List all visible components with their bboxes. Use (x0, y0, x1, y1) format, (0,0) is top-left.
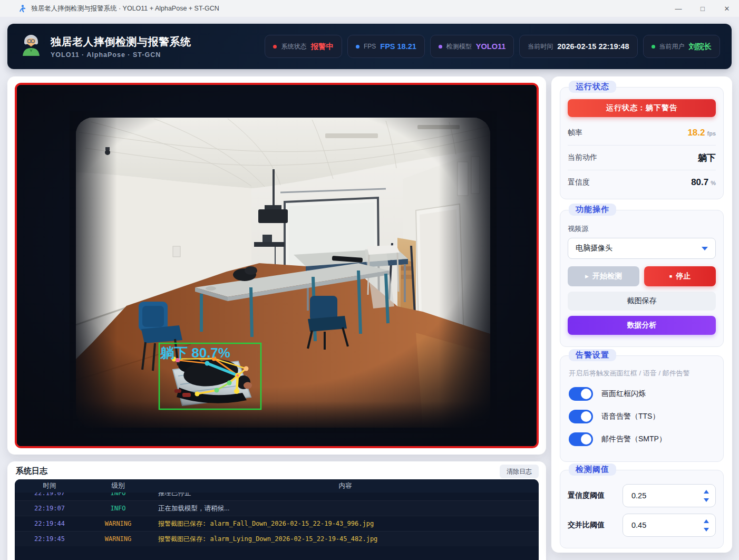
status-badge: FPSFPS 18.21 (347, 35, 425, 58)
page-title: 独居老人摔倒检测与报警系统 (51, 35, 191, 49)
log-table-header: 时间 级别 内容 (15, 479, 539, 493)
status-dot-icon (356, 45, 359, 49)
video-source-label: 视频源 (568, 224, 716, 234)
badge-value: 刘院长 (689, 42, 712, 52)
status-panel: 运行状态 运行状态：躺下警告 帧率18.2fps当前动作躺下置信度80.7% (560, 87, 724, 199)
toggle-row: 画面红框闪烁 (569, 387, 715, 401)
maximize-icon[interactable]: □ (691, 0, 715, 17)
log-title: 系统日志 (16, 466, 47, 476)
alarm-panel-title: 告警设置 (569, 349, 616, 361)
log-table[interactable]: 时间 级别 内容 22:19:07INFO推理已停止22:19:07INFO正在… (15, 479, 539, 560)
iou-threshold-input[interactable]: 0.45 (623, 514, 716, 537)
detection-label: 躺下 80.7% (160, 345, 230, 361)
video-source-value: 电脑摄像头 (576, 244, 612, 253)
threshold-rows: 置信度阈值0.25交并比阈值0.45 (568, 484, 716, 537)
spinner-down-icon[interactable] (704, 498, 709, 502)
header-badges: 系统状态报警中FPSFPS 18.21检测模型YOLO11当前时间2026-02… (265, 35, 720, 58)
stop-icon: ■ (669, 274, 672, 279)
badge-label: FPS (364, 43, 376, 50)
close-icon[interactable]: ✕ (715, 0, 739, 17)
video-source-select[interactable]: 电脑摄像头 (568, 238, 716, 259)
threshold-panel: 检测阈值 置信度阈值0.25交并比阈值0.45 (560, 470, 724, 548)
status-badge: 当前用户刘院长 (643, 35, 721, 58)
status-dot-icon (652, 45, 655, 49)
toggle-switch-1[interactable] (569, 410, 593, 423)
data-analysis-button[interactable]: 数据分析 (568, 316, 716, 335)
spinner-up-icon[interactable] (704, 519, 709, 523)
badge-label: 系统状态 (281, 42, 306, 51)
stop-button[interactable]: ■ 停止 (644, 266, 716, 286)
threshold-panel-title: 检测阈值 (569, 464, 616, 476)
window-titlebar: 独居老人摔倒检测与报警系统 · YOLO11 + AlphaPose + ST-… (0, 0, 739, 17)
status-row: 置信度80.7% (568, 170, 716, 195)
log-card: 系统日志 清除日志 时间 级别 内容 22:19:07INFO推理已停止22:1… (7, 461, 546, 560)
confidence-threshold-input[interactable]: 0.25 (623, 484, 716, 507)
status-badge: 当前时间2026-02-15 22:19:48 (519, 35, 637, 58)
video-card: 躺下 80.7% (7, 76, 546, 455)
status-badge: 检测模型YOLO11 (430, 35, 514, 58)
play-icon: ▶ (585, 274, 589, 279)
alarm-toggles: 画面红框闪烁语音告警（TTS）邮件告警（SMTP） (569, 387, 715, 446)
screenshot-save-button[interactable]: 截图保存 (568, 292, 716, 311)
threshold-row: 交并比阈值0.45 (568, 514, 716, 537)
badge-value: FPS 18.21 (380, 42, 416, 51)
log-row: 22:19:07INFO正在加载模型，请稍候... (15, 500, 539, 516)
page-subtitle: YOLO11 · AlphaPose · ST-GCN (51, 51, 191, 59)
badge-value: YOLO11 (476, 42, 505, 51)
badge-label: 检测模型 (446, 42, 472, 51)
minimize-icon[interactable]: — (666, 0, 691, 17)
alarm-hint: 开启后将触发画面红框 / 语音 / 邮件告警 (569, 369, 715, 378)
toggle-switch-2[interactable] (569, 432, 593, 446)
start-detection-button[interactable]: ▶ 开始检测 (568, 266, 639, 286)
toggle-label: 邮件告警（SMTP） (601, 435, 666, 444)
status-row: 当前动作躺下 (568, 145, 716, 170)
actions-panel: 功能操作 视频源 电脑摄像头 ▶ 开始检测 ■ 停止 截图保存 数据分析 (560, 210, 724, 347)
column-time: 时间 (15, 481, 84, 490)
toggle-label: 画面红框闪烁 (601, 389, 646, 399)
alarm-status-banner: 运行状态：躺下警告 (568, 99, 716, 117)
chevron-down-icon (702, 247, 708, 250)
threshold-row: 置信度阈值0.25 (568, 484, 716, 507)
sidebar: 运行状态 运行状态：躺下警告 帧率18.2fps当前动作躺下置信度80.7% 功… (551, 76, 732, 553)
actions-panel-title: 功能操作 (569, 204, 616, 216)
badge-value: 报警中 (310, 42, 334, 52)
toggle-switch-0[interactable] (569, 387, 593, 401)
toggle-row: 邮件告警（SMTP） (569, 432, 715, 446)
camera-scene: 躺下 80.7% (17, 85, 537, 446)
log-rows: 22:19:07INFO推理已停止22:19:07INFO正在加载模型，请稍候.… (15, 485, 539, 546)
app-logo-icon (19, 33, 43, 60)
column-level: 级别 (84, 481, 152, 490)
log-row: 22:19:45WARNING报警截图已保存: alarm_Lying_Down… (15, 531, 539, 546)
alarm-settings-panel: 告警设置 开启后将触发画面红框 / 语音 / 邮件告警 画面红框闪烁语音告警（T… (560, 355, 724, 462)
app-header: 独居老人摔倒检测与报警系统 YOLO11 · AlphaPose · ST-GC… (7, 24, 732, 69)
log-row: 22:19:44WARNING报警截图已保存: alarm_Fall_Down_… (15, 516, 539, 531)
window-title: 独居老人摔倒检测与报警系统 · YOLO11 + AlphaPose + ST-… (31, 4, 219, 13)
app-titlebar-icon (19, 5, 26, 13)
spinner-down-icon[interactable] (704, 528, 709, 532)
spinner-up-icon[interactable] (704, 490, 709, 494)
toggle-row: 语音告警（TTS） (569, 410, 715, 423)
status-dot-icon (439, 45, 442, 49)
video-feed: 躺下 80.7% (15, 83, 539, 448)
app-window: 独居老人摔倒检测与报警系统 · YOLO11 + AlphaPose + ST-… (0, 0, 739, 560)
column-content: 内容 (152, 481, 539, 490)
clear-log-button[interactable]: 清除日志 (500, 465, 539, 478)
status-row: 帧率18.2fps (568, 120, 716, 145)
badge-value: 2026-02-15 22:19:48 (557, 42, 629, 51)
status-badge: 系统状态报警中 (265, 35, 342, 58)
status-rows: 帧率18.2fps当前动作躺下置信度80.7% (568, 120, 716, 195)
badge-label: 当前用户 (659, 42, 685, 51)
status-dot-icon (273, 45, 277, 49)
toggle-label: 语音告警（TTS） (601, 412, 659, 421)
status-panel-title: 运行状态 (569, 81, 616, 93)
badge-label: 当前时间 (528, 42, 553, 51)
